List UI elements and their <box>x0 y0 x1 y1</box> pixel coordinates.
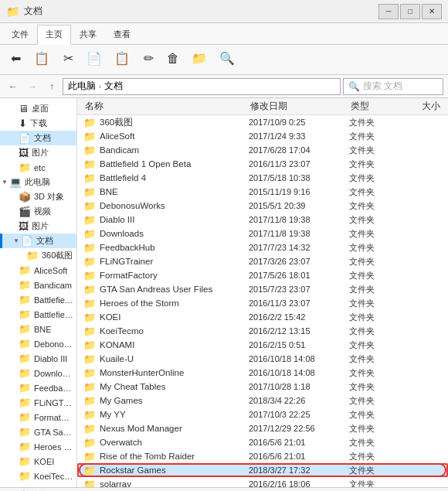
ribbon-btn-delete[interactable]: 🗑 <box>162 50 184 67</box>
table-row[interactable]: 📁Heroes of the Storm2016/11/3 23:07文件夹 <box>77 296 448 310</box>
table-row[interactable]: 📁solarray2016/2/16 18:06文件夹 <box>77 477 448 487</box>
sidebar-item-diablo3[interactable]: 📁 Diablo III <box>0 351 76 366</box>
sidebar-item-bne[interactable]: 📁 BNE <box>0 322 76 336</box>
file-date: 2018/3/27 17:32 <box>249 465 349 475</box>
ribbon-btn-copy-path[interactable]: 📋 <box>29 50 54 67</box>
sidebar-item-360[interactable]: 📁 360截图 <box>0 248 76 263</box>
file-date: 2018/3/4 22:26 <box>249 396 349 405</box>
folder-icon: 📁 <box>19 353 31 364</box>
sidebar-item-feedbackhub[interactable]: 📁 FeedbackHub <box>0 380 76 395</box>
table-row[interactable]: 📁Nexus Mod Manager2017/12/29 22:56文件夹 <box>77 421 448 435</box>
ribbon-btn-cut[interactable]: ✂ <box>57 50 79 67</box>
sidebar-item-gta[interactable]: 📁 GTA San Andr... <box>0 425 76 439</box>
file-name: Battlefield 4 <box>100 173 249 182</box>
ribbon-btn-paste[interactable]: 📋 <box>110 50 134 67</box>
sidebar-item-label: BNE <box>34 325 52 334</box>
header-name[interactable]: 名称 <box>83 100 249 113</box>
table-row[interactable]: 📁Rockstar Games2018/3/27 17:32文件夹 <box>77 463 448 477</box>
table-row[interactable]: 📁My Games2018/3/4 22:26文件夹 <box>77 394 448 407</box>
sidebar-item-pictures2[interactable]: 🖼 图片 <box>0 219 76 234</box>
minimize-button[interactable]: ─ <box>378 4 399 19</box>
file-name: Downloads <box>100 229 249 238</box>
sidebar-item-3d[interactable]: 📦 3D 对象 <box>0 189 76 204</box>
ribbon-btn-copy[interactable]: 📄 <box>82 50 107 67</box>
forward-button[interactable]: → <box>24 78 41 95</box>
sidebar-item-bandicam[interactable]: 📁 Bandicam <box>0 278 76 292</box>
table-row[interactable]: 📁Overwatch2016/5/6 21:01文件夹 <box>77 435 448 449</box>
sidebar-item-konami[interactable]: 📁 KONAMI <box>0 483 76 487</box>
sidebar-item-koei[interactable]: 📁 KOEI <box>0 454 76 469</box>
back-button[interactable]: ← <box>5 78 22 95</box>
table-row[interactable]: 📁FeedbackHub2017/7/23 14:32文件夹 <box>77 240 448 254</box>
table-row[interactable]: 📁Kuaile-U2016/10/18 14:08文件夹 <box>77 352 448 366</box>
header-size[interactable]: 大小 <box>403 100 442 113</box>
close-button[interactable]: ✕ <box>422 4 442 19</box>
file-name: FLiNGTrainer <box>100 257 249 266</box>
header-date[interactable]: 修改日期 <box>249 100 349 113</box>
file-name: Rise of the Tomb Raider <box>100 452 249 461</box>
sidebar-item-videos[interactable]: 🎬 视频 <box>0 204 76 219</box>
folder-icon: 📁 <box>19 441 31 452</box>
sidebar-item-label: 图片 <box>32 220 49 232</box>
sidebar-item-heroes[interactable]: 📁 Heroes of the... <box>0 439 76 454</box>
ribbon-tab-view[interactable]: 查看 <box>105 25 139 44</box>
sidebar-item-label: KOEI <box>34 457 54 466</box>
table-row[interactable]: 📁Diablo III2017/11/8 19:38文件夹 <box>77 213 448 227</box>
table-row[interactable]: 📁My YY2017/10/3 22:25文件夹 <box>77 407 448 421</box>
table-row[interactable]: 📁AliceSoft2017/1/24 9:33文件夹 <box>77 129 448 143</box>
ribbon-tab-share[interactable]: 共享 <box>71 25 105 44</box>
sidebar-item-documents2[interactable]: ▼ 📄 文档 <box>0 234 76 248</box>
file-icon: 📁 <box>83 326 96 337</box>
search-bar[interactable]: 🔍 搜索 文档 <box>343 78 443 95</box>
sidebar-item-bf1b[interactable]: 📁 Battlefield 1 O <box>0 292 76 307</box>
file-name: 360截图 <box>100 117 249 128</box>
table-row[interactable]: 📁Battlefield 42017/5/18 10:38文件夹 <box>77 171 448 185</box>
sidebar-item-thispc[interactable]: ▼ 💻 此电脑 <box>0 175 76 189</box>
sidebar-item-downloads[interactable]: ⬇ 下载 <box>0 116 76 131</box>
ribbon-btn-rename[interactable]: ✏ <box>137 50 159 67</box>
header-type[interactable]: 类型 <box>349 100 403 113</box>
table-row[interactable]: 📁Downloads2017/11/8 19:38文件夹 <box>77 227 448 240</box>
sidebar-item-pictures[interactable]: 🖼 图片 <box>0 145 76 160</box>
ribbon-btn-properties[interactable]: 🔍 <box>215 50 239 67</box>
sidebar-item-desktop[interactable]: 🖥 桌面 <box>0 101 76 116</box>
address-bar[interactable]: 此电脑 › 文档 <box>63 78 341 95</box>
table-row[interactable]: 📁KONAMI2016/2/15 0:51文件夹 <box>77 338 448 352</box>
table-row[interactable]: 📁MonsterHunterOnline2016/10/18 14:08文件夹 <box>77 366 448 380</box>
table-row[interactable]: 📁KOEI2016/2/2 15:42文件夹 <box>77 310 448 324</box>
sidebar-item-etc[interactable]: 📁 etc <box>0 160 76 175</box>
file-name: BNE <box>100 187 249 196</box>
table-row[interactable]: 📁My Cheat Tables2017/10/28 1:18文件夹 <box>77 380 448 394</box>
file-type: 文件夹 <box>349 367 403 379</box>
table-row[interactable]: 📁FormatFactory2017/5/26 18:01文件夹 <box>77 268 448 282</box>
sidebar-item-flingtrainer[interactable]: 📁 FLiNGTrainer <box>0 395 76 410</box>
file-type: 文件夹 <box>349 228 403 240</box>
table-row[interactable]: 📁DebonosuWorks2015/5/1 20:39文件夹 <box>77 199 448 213</box>
table-row[interactable]: 📁Bandicam2017/6/28 17:04文件夹 <box>77 143 448 157</box>
table-row[interactable]: 📁Rise of the Tomb Raider2016/5/6 21:01文件… <box>77 449 448 463</box>
up-button[interactable]: ↑ <box>43 78 60 95</box>
file-name: My Games <box>100 396 249 405</box>
sidebar-item-documents[interactable]: 📄 文档 <box>0 131 76 145</box>
sidebar-item-downloads2[interactable]: 📁 Downloads <box>0 366 76 380</box>
ribbon-btn-newfolder[interactable]: 📁 <box>187 50 212 67</box>
sidebar-item-debonosuwc[interactable]: 📁 DebonosuWc <box>0 336 76 351</box>
file-date: 2017/11/8 19:38 <box>249 215 349 224</box>
sidebar-item-alicesoft[interactable]: 📁 AliceSoft <box>0 263 76 278</box>
table-row[interactable]: 📁GTA San Andreas User Files2015/7/23 23:… <box>77 282 448 296</box>
ribbon-tab-home[interactable]: 主页 <box>37 25 71 45</box>
maximize-button[interactable]: □ <box>400 4 420 19</box>
file-date: 2017/10/28 1:18 <box>249 382 349 391</box>
table-row[interactable]: 📁360截图2017/10/9 0:25文件夹 <box>77 115 448 129</box>
table-row[interactable]: 📁FLiNGTrainer2017/3/26 23:07文件夹 <box>77 254 448 268</box>
ribbon-tab-file[interactable]: 文件 <box>3 25 37 44</box>
ribbon-btn-back[interactable]: ⬅ <box>5 50 26 67</box>
sidebar-item-formatfactory[interactable]: 📁 FormatFactory <box>0 410 76 425</box>
table-row[interactable]: 📁Battlefield 1 Open Beta2016/11/3 23:07文… <box>77 157 448 171</box>
sidebar-item-bf4[interactable]: 📁 Battlefield 4 <box>0 307 76 322</box>
sidebar-item-koeitecmo[interactable]: 📁 KoeiTecmo <box>0 469 76 483</box>
sidebar-item-label: FormatFactory <box>34 413 73 422</box>
table-row[interactable]: 📁KoeiTecmo2016/2/12 13:15文件夹 <box>77 324 448 338</box>
table-row[interactable]: 📁BNE2015/11/19 9:16文件夹 <box>77 185 448 199</box>
documents2-icon: 📄 <box>21 235 33 247</box>
